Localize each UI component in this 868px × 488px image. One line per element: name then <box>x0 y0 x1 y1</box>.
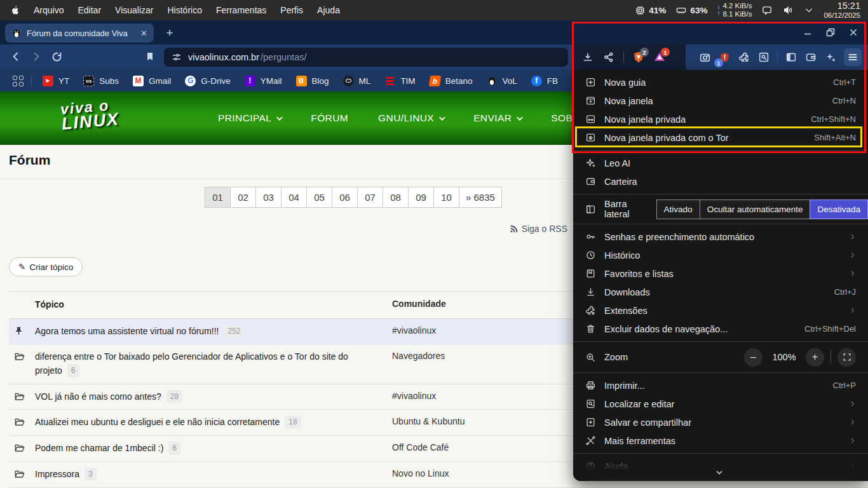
new-tab-button[interactable]: + <box>161 25 178 41</box>
bookmark-gmail[interactable]: M Gmail <box>126 76 178 86</box>
menubar-item-perfis[interactable]: Perfis <box>273 0 310 20</box>
bookmarks-panel-icon[interactable] <box>145 51 155 62</box>
apple-menu[interactable] <box>0 0 27 20</box>
brave-shields-icon[interactable]: 2 <box>632 51 645 64</box>
topic-link[interactable]: VOL já não é mais como antes? <box>35 391 161 402</box>
menu-item-more-tools[interactable]: Mais ferramentas <box>573 431 868 450</box>
menu-item-new-tab[interactable]: Nova guia Ctrl+T <box>573 73 868 92</box>
menu-item-extensions[interactable]: Extensões <box>573 301 868 320</box>
extensions-puzzle-icon[interactable] <box>738 51 750 64</box>
volume-icon[interactable] <box>782 4 794 16</box>
menubar-item-visualizar[interactable]: Visualizar <box>108 0 160 20</box>
browser-tab[interactable]: Fórum da comunidade Viva ✕ <box>5 24 154 43</box>
close-button[interactable] <box>849 28 858 37</box>
sidebar-toggle-icon[interactable] <box>785 51 797 64</box>
memory-indicator[interactable]: 63% <box>675 5 707 16</box>
fullscreen-button[interactable] <box>837 348 856 367</box>
screenshot-extension-icon[interactable] <box>698 51 711 64</box>
sidebar-option-desativada[interactable]: Desativada <box>810 200 868 219</box>
back-button[interactable] <box>10 51 22 62</box>
address-bar[interactable]: vivaolinux.com.br/perguntas/ <box>164 48 568 67</box>
page-04[interactable]: 04 <box>281 187 307 208</box>
menu-item-leo-ai[interactable]: Leo AI <box>573 154 868 172</box>
cpu-indicator[interactable]: 41% <box>635 5 666 16</box>
page-07[interactable]: 07 <box>357 187 383 208</box>
apps-grid-icon[interactable] <box>13 76 24 86</box>
menu-item-passwords[interactable]: Senhas e preenchimento automático <box>573 227 868 246</box>
page-09[interactable]: 09 <box>408 187 434 208</box>
menubar-item-ferramentas[interactable]: Ferramentas <box>209 0 273 20</box>
share-icon[interactable] <box>602 51 615 64</box>
page-05[interactable]: 05 <box>306 187 332 208</box>
topic-link[interactable]: Atualizei meu ubuntu e desliguei e ele n… <box>35 417 280 427</box>
page-03[interactable]: 03 <box>255 187 281 208</box>
minimize-button[interactable] <box>803 28 812 37</box>
menubar-item-ajuda[interactable]: Ajuda <box>310 0 347 20</box>
page-last[interactable]: » 6835 <box>459 187 502 208</box>
page-08[interactable]: 08 <box>383 187 409 208</box>
restore-button[interactable] <box>826 28 835 37</box>
create-topic-button[interactable]: ✎ Criar tópico <box>9 257 83 276</box>
menu-item-history[interactable]: Histórico <box>573 246 868 264</box>
rss-link[interactable]: Siga o RSS <box>510 224 567 234</box>
nav-principal[interactable]: PRINCIPAL <box>218 112 281 124</box>
search-box-extension-icon[interactable] <box>757 51 770 64</box>
menu-scroll-down-icon[interactable] <box>714 469 724 477</box>
page-06[interactable]: 06 <box>332 187 358 208</box>
bookmark-yt[interactable]: ▶ YT <box>36 76 76 86</box>
page-10[interactable]: 10 <box>433 187 459 208</box>
topic-link[interactable]: Agora temos uma assistente virtual no fó… <box>35 326 219 336</box>
bookmark-subs[interactable]: os Subs <box>76 76 126 86</box>
nav-forum[interactable]: FÓRUM <box>311 112 348 124</box>
zoom-in-button[interactable]: + <box>806 348 824 367</box>
sidebar-icon <box>585 204 596 215</box>
menu-hamburger-button[interactable] <box>844 48 862 66</box>
zoom-out-button[interactable]: – <box>744 348 763 367</box>
sidebar-option-ocultar[interactable]: Ocultar automaticamente <box>700 200 811 219</box>
bookmark-ml[interactable]: ML <box>336 76 378 86</box>
page-01[interactable]: 01 <box>205 187 231 208</box>
nav-enviar[interactable]: ENVIAR <box>473 112 521 124</box>
nav-gnulinux[interactable]: GNU/LINUX <box>378 112 444 124</box>
menu-item-bookmarks[interactable]: Favoritos e listas <box>573 264 868 283</box>
menu-item-clear-browsing-data[interactable]: Excluir dados de navegação... Ctrl+Shift… <box>573 320 868 338</box>
menu-item-downloads[interactable]: Downloads Ctrl+J <box>573 283 868 301</box>
page-02[interactable]: 02 <box>230 187 256 208</box>
bookmark-fb[interactable]: f FB <box>524 76 565 86</box>
menubar-item-editar[interactable]: Editar <box>71 0 108 20</box>
menu-item-new-tor-window[interactable]: Nova janela privada com o Tor Shift+Alt+… <box>573 128 868 147</box>
download-icon[interactable] <box>581 51 594 64</box>
bookmark-ymail[interactable]: ! YMail <box>238 76 289 86</box>
topic-link[interactable]: Podem me chamar de 1mbecil :) <box>35 443 163 453</box>
bookmark-blog[interactable]: B Blog <box>289 76 336 86</box>
notifications-icon[interactable] <box>761 4 773 16</box>
network-indicator[interactable]: ↓ ↑ 4.2 KiB/s 8.1 KiB/s <box>717 2 752 18</box>
bookmark-betano[interactable]: b Betano <box>423 76 480 86</box>
menu-item-find-edit[interactable]: Localizar e editar <box>573 395 868 413</box>
bookmark-gdrive[interactable]: G G-Drive <box>178 76 238 86</box>
clock[interactable]: 15:21 06/12/2025 <box>824 1 860 18</box>
menu-item-new-window[interactable]: Nova janela Ctrl+N <box>573 92 868 110</box>
brave-rewards-icon[interactable]: 1 <box>653 51 666 64</box>
menubar-item-arquivo[interactable]: Arquivo <box>27 0 71 20</box>
menu-item-wallet[interactable]: Carteira <box>573 172 868 191</box>
forward-button[interactable] <box>31 51 42 62</box>
menu-item-print[interactable]: Imprimir... Ctrl+P <box>573 376 868 395</box>
bookmark-tim[interactable]: TIM <box>377 76 422 86</box>
leo-ai-icon[interactable] <box>824 51 837 64</box>
wallet-icon[interactable] <box>804 51 817 64</box>
adblock-extension-icon[interactable]: 1 <box>718 51 731 64</box>
vivaolinux-logo[interactable]: viva o LINUX <box>60 98 120 132</box>
menubar-item-historico[interactable]: Histórico <box>160 0 208 20</box>
topic-link[interactable]: diferença entre o Tor baixado pelo Geren… <box>35 351 348 376</box>
site-settings-icon[interactable] <box>172 52 182 62</box>
chevron-down-icon[interactable] <box>804 5 814 15</box>
submenu-arrow-icon <box>849 233 856 240</box>
menu-item-save-share[interactable]: Salvar e compartilhar <box>573 413 868 431</box>
reload-button[interactable] <box>51 51 63 63</box>
tab-close-icon[interactable]: ✕ <box>140 29 147 38</box>
topic-link[interactable]: Impressora <box>35 469 79 479</box>
bookmark-vol[interactable]: VoL <box>479 76 524 86</box>
sidebar-option-ativado[interactable]: Ativado <box>656 200 700 219</box>
menu-item-new-private-window[interactable]: Nova janela privada Ctrl+Shift+N <box>573 110 868 128</box>
